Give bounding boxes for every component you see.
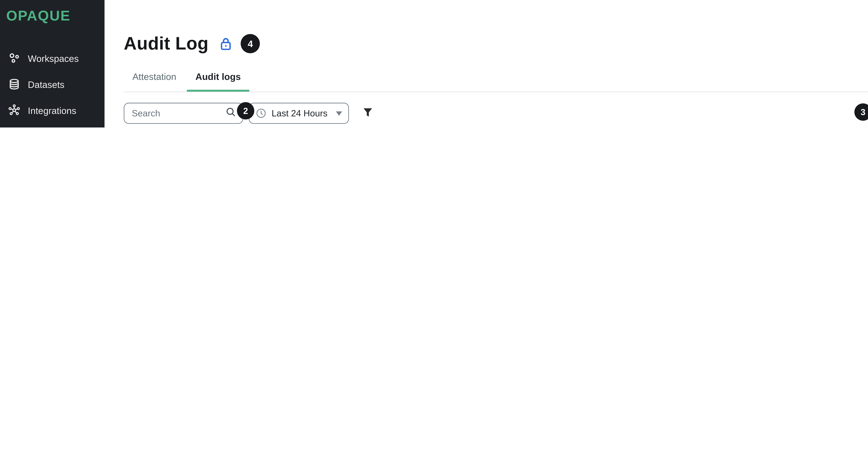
- datasets-icon: [7, 77, 21, 91]
- tab-audit-logs[interactable]: Audit logs: [187, 70, 249, 92]
- page-title: Audit Log: [124, 33, 209, 54]
- sidebar-item-label: Datasets: [28, 79, 64, 89]
- lock-icon: [219, 36, 232, 51]
- workspaces-icon: [7, 52, 21, 65]
- title-row: Audit Log 4: [124, 33, 868, 54]
- tab-bar: Attestation Audit logs: [124, 70, 868, 92]
- main-content: 10 Audit Log 4: [104, 0, 868, 127]
- tab-attestation[interactable]: Attestation: [124, 70, 185, 92]
- filter-button[interactable]: [361, 105, 374, 121]
- time-range-value: Last 24 Hours: [272, 109, 331, 118]
- search-box: [124, 103, 243, 124]
- sidebar-item-workspaces[interactable]: Workspaces: [0, 45, 104, 71]
- clock-icon: [255, 108, 267, 119]
- app: OPAQUE Workspaces: [0, 0, 868, 127]
- step-badge-4: 4: [241, 34, 260, 53]
- step-badge-2: 2: [237, 102, 254, 120]
- sidebar-item-trust[interactable]: Trust: [0, 123, 104, 127]
- search-input[interactable]: [130, 108, 225, 119]
- search-icon: [225, 107, 236, 120]
- sidebar-item-label: Workspaces: [28, 53, 79, 64]
- caret-down-icon: [336, 111, 342, 116]
- time-range-dropdown[interactable]: Last 24 Hours: [249, 103, 349, 124]
- sidebar-item-integrations[interactable]: Integrations: [0, 97, 104, 123]
- sidebar-item-label: Integrations: [28, 105, 76, 116]
- filter-icon: [361, 105, 374, 121]
- integrations-icon: [7, 103, 21, 117]
- sidebar-nav: Workspaces Datasets: [0, 45, 104, 127]
- toolbar: Last 24 Hours Export logs: [124, 102, 868, 124]
- app-logo: OPAQUE: [6, 7, 105, 24]
- sidebar-item-datasets[interactable]: Datasets: [0, 71, 104, 97]
- sidebar: OPAQUE Workspaces: [0, 0, 104, 127]
